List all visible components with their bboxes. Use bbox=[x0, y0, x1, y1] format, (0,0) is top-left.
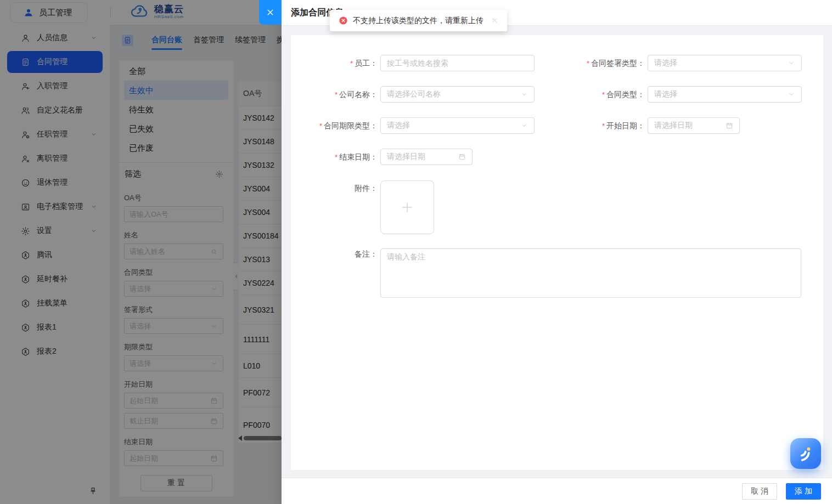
select-placeholder: 请选择 bbox=[654, 89, 788, 99]
date-placeholder: 请选择日期 bbox=[654, 121, 726, 131]
attachment-label: 附件： bbox=[291, 183, 378, 194]
form-field: *员工： bbox=[291, 55, 557, 72]
attachment-upload[interactable] bbox=[380, 180, 434, 234]
required-star: * bbox=[335, 153, 338, 161]
form-field-label: *合同类型： bbox=[557, 86, 645, 103]
form-select[interactable]: 请选择公司名称 bbox=[380, 86, 535, 103]
label-text: 开始日期： bbox=[606, 121, 645, 130]
drawer-footer: 取 消 添 加 bbox=[282, 478, 832, 504]
chevron-down-icon bbox=[788, 59, 795, 67]
form-field-label: *结束日期： bbox=[291, 149, 378, 166]
employee-search-input[interactable] bbox=[380, 55, 535, 71]
form-field-label: *开始日期： bbox=[557, 117, 645, 134]
chevron-down-icon bbox=[520, 122, 528, 129]
form-field: *合同类型：请选择 bbox=[557, 86, 802, 103]
add-button[interactable]: 添 加 bbox=[786, 483, 821, 500]
date-placeholder: 请选择日期 bbox=[387, 152, 458, 162]
label-text: 公司名称： bbox=[339, 90, 378, 99]
form-field-label: *合同期限类型： bbox=[291, 117, 378, 134]
form-field: *合同签署类型：请选择 bbox=[557, 55, 802, 72]
label-text: 合同类型： bbox=[606, 90, 645, 99]
label-text: 员工： bbox=[355, 59, 378, 67]
chevron-down-icon bbox=[520, 90, 528, 98]
required-star: * bbox=[335, 90, 338, 99]
remark-textarea[interactable] bbox=[380, 248, 801, 298]
form-date-input[interactable]: 请选择日期 bbox=[648, 117, 740, 134]
assistant-float-icon[interactable] bbox=[790, 438, 821, 469]
close-icon bbox=[266, 8, 275, 17]
contract-form: *员工：*合同签署类型：请选择*公司名称：请选择公司名称*合同类型：请选择*合同… bbox=[291, 55, 801, 166]
required-star: * bbox=[319, 122, 322, 130]
app-screen: 员工管理 稳赢云 HRSaaS.com 人员信息合同管理入职管理自定义花名册任职… bbox=[0, 0, 832, 504]
select-placeholder: 请选择公司名称 bbox=[387, 89, 520, 99]
form-field: *合同期限类型：请选择 bbox=[291, 117, 557, 134]
form-field-label: *员工： bbox=[291, 55, 378, 72]
label-text: 合同期限类型： bbox=[324, 121, 378, 130]
label-text: 结束日期： bbox=[339, 152, 378, 161]
required-star: * bbox=[602, 90, 605, 99]
drawer-body: *员工：*合同签署类型：请选择*公司名称：请选择公司名称*合同类型：请选择*合同… bbox=[282, 26, 832, 478]
remark-label: 备注： bbox=[291, 248, 378, 259]
drawer-close-handle[interactable] bbox=[259, 0, 282, 25]
plus-icon bbox=[399, 199, 415, 216]
form-select[interactable]: 请选择 bbox=[648, 86, 802, 103]
select-placeholder: 请选择 bbox=[654, 58, 788, 68]
form-date-input[interactable]: 请选择日期 bbox=[380, 149, 473, 165]
form-field: *公司名称：请选择公司名称 bbox=[291, 86, 557, 103]
chevron-down-icon bbox=[788, 90, 795, 98]
attachment-row: 附件： bbox=[291, 183, 801, 234]
form-select[interactable]: 请选择 bbox=[648, 55, 802, 71]
label-text: 合同签署类型： bbox=[591, 59, 645, 67]
form-field-label: *合同签署类型： bbox=[557, 55, 645, 72]
form-field-empty bbox=[557, 149, 802, 166]
cancel-button[interactable]: 取 消 bbox=[742, 483, 777, 500]
calendar-icon bbox=[458, 153, 466, 161]
form-field: *结束日期：请选择日期 bbox=[291, 149, 557, 166]
add-contract-drawer: 添加合同信息 *员工：*合同签署类型：请选择*公司名称：请选择公司名称*合同类型… bbox=[282, 0, 832, 504]
toast-close-icon[interactable] bbox=[491, 17, 498, 24]
toast-message: 不支持上传该类型的文件，请重新上传 bbox=[353, 16, 484, 26]
form-card: *员工：*合同签署类型：请选择*公司名称：请选择公司名称*合同类型：请选择*合同… bbox=[291, 35, 823, 470]
error-icon bbox=[339, 16, 348, 25]
form-select[interactable]: 请选择 bbox=[380, 117, 535, 134]
error-toast: 不支持上传该类型的文件，请重新上传 bbox=[330, 10, 507, 31]
calendar-icon bbox=[726, 122, 733, 129]
remark-row: 备注： bbox=[291, 248, 801, 298]
required-star: * bbox=[587, 59, 589, 67]
form-field: *开始日期：请选择日期 bbox=[557, 117, 802, 134]
required-star: * bbox=[602, 122, 605, 130]
select-placeholder: 请选择 bbox=[387, 121, 520, 131]
form-field-label: *公司名称： bbox=[291, 86, 378, 103]
required-star: * bbox=[350, 59, 353, 67]
